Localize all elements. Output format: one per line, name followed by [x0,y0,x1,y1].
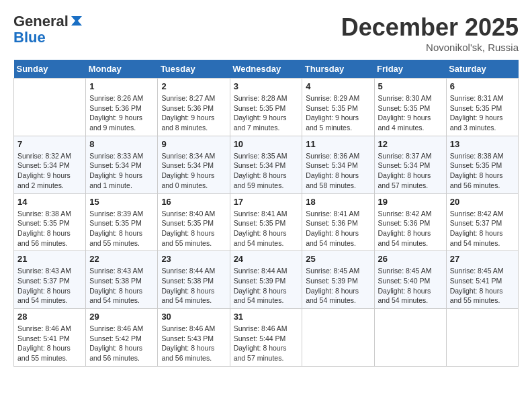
day-number: 13 [450,139,515,149]
day-number: 21 [17,254,82,264]
day-info: Sunrise: 8:33 AMSunset: 5:34 PMDaylight:… [89,151,154,191]
week-row-1: 1Sunrise: 8:26 AMSunset: 5:36 PMDaylight… [14,79,519,136]
day-number: 30 [161,312,226,322]
day-cell: 7Sunrise: 8:32 AMSunset: 5:34 PMDaylight… [14,136,86,193]
day-number: 24 [234,254,299,264]
day-number: 19 [378,197,443,207]
day-number: 17 [234,197,299,207]
day-cell: 2Sunrise: 8:27 AMSunset: 5:36 PMDaylight… [158,79,230,136]
day-number: 8 [89,139,154,149]
week-row-2: 7Sunrise: 8:32 AMSunset: 5:34 PMDaylight… [14,136,519,193]
day-cell: 10Sunrise: 8:35 AMSunset: 5:34 PMDayligh… [230,136,302,193]
day-number: 14 [17,197,82,207]
day-cell: 20Sunrise: 8:42 AMSunset: 5:37 PMDayligh… [446,193,518,251]
day-info: Sunrise: 8:41 AMSunset: 5:35 PMDaylight:… [234,209,299,248]
day-cell: 6Sunrise: 8:31 AMSunset: 5:35 PMDaylight… [446,79,518,136]
day-info: Sunrise: 8:26 AMSunset: 5:36 PMDaylight:… [89,93,154,133]
day-number: 23 [161,254,226,264]
header-sunday: Sunday [14,60,86,79]
day-info: Sunrise: 8:45 AMSunset: 5:41 PMDaylight:… [450,266,515,306]
month-title: December 2025 [341,13,519,42]
day-info: Sunrise: 8:29 AMSunset: 5:35 PMDaylight:… [306,93,370,133]
day-cell: 17Sunrise: 8:41 AMSunset: 5:35 PMDayligh… [230,193,302,251]
day-number: 25 [306,254,370,264]
day-cell: 29Sunrise: 8:46 AMSunset: 5:42 PMDayligh… [86,309,158,367]
calendar-header-row: SundayMondayTuesdayWednesdayThursdayFrid… [14,60,519,79]
day-info: Sunrise: 8:46 AMSunset: 5:41 PMDaylight:… [17,324,82,363]
day-info: Sunrise: 8:32 AMSunset: 5:34 PMDaylight:… [17,151,82,191]
day-cell: 25Sunrise: 8:45 AMSunset: 5:39 PMDayligh… [302,251,374,309]
logo-general: General [13,13,69,30]
logo-blue: Blue [13,29,46,46]
day-number: 26 [378,254,443,264]
day-cell [14,79,86,136]
day-info: Sunrise: 8:35 AMSunset: 5:34 PMDaylight:… [234,151,299,191]
day-info: Sunrise: 8:46 AMSunset: 5:43 PMDaylight:… [161,324,226,363]
day-number: 1 [89,81,154,91]
day-info: Sunrise: 8:34 AMSunset: 5:34 PMDaylight:… [161,151,226,191]
day-number: 27 [450,254,515,264]
location: Novonikol'sk, Russia [341,42,519,53]
day-number: 22 [89,254,154,264]
calendar-table: SundayMondayTuesdayWednesdayThursdayFrid… [13,60,519,367]
header-saturday: Saturday [446,60,518,79]
day-info: Sunrise: 8:37 AMSunset: 5:34 PMDaylight:… [378,151,443,191]
day-info: Sunrise: 8:43 AMSunset: 5:37 PMDaylight:… [17,266,82,306]
week-row-3: 14Sunrise: 8:38 AMSunset: 5:35 PMDayligh… [14,193,519,251]
day-number: 31 [234,312,299,322]
header-wednesday: Wednesday [230,60,302,79]
day-info: Sunrise: 8:30 AMSunset: 5:35 PMDaylight:… [378,93,443,133]
day-cell: 31Sunrise: 8:46 AMSunset: 5:44 PMDayligh… [230,309,302,367]
week-row-5: 28Sunrise: 8:46 AMSunset: 5:41 PMDayligh… [14,309,519,367]
svg-marker-0 [71,16,82,26]
logo-icon [70,13,85,28]
day-cell: 1Sunrise: 8:26 AMSunset: 5:36 PMDaylight… [86,79,158,136]
day-number: 11 [306,139,370,149]
day-cell [446,309,518,367]
day-info: Sunrise: 8:28 AMSunset: 5:35 PMDaylight:… [234,93,299,133]
day-cell: 15Sunrise: 8:39 AMSunset: 5:35 PMDayligh… [86,193,158,251]
day-number: 9 [161,139,226,149]
day-cell [374,309,446,367]
day-cell: 14Sunrise: 8:38 AMSunset: 5:35 PMDayligh… [14,193,86,251]
day-info: Sunrise: 8:42 AMSunset: 5:36 PMDaylight:… [378,209,443,248]
day-info: Sunrise: 8:31 AMSunset: 5:35 PMDaylight:… [450,93,515,133]
day-info: Sunrise: 8:38 AMSunset: 5:35 PMDaylight:… [17,209,82,248]
day-cell: 21Sunrise: 8:43 AMSunset: 5:37 PMDayligh… [14,251,86,309]
day-number: 18 [306,197,370,207]
day-cell: 4Sunrise: 8:29 AMSunset: 5:35 PMDaylight… [302,79,374,136]
day-cell: 27Sunrise: 8:45 AMSunset: 5:41 PMDayligh… [446,251,518,309]
title-area: December 2025 Novonikol'sk, Russia [341,13,519,53]
day-cell: 5Sunrise: 8:30 AMSunset: 5:35 PMDaylight… [374,79,446,136]
header-friday: Friday [374,60,446,79]
day-cell: 18Sunrise: 8:41 AMSunset: 5:36 PMDayligh… [302,193,374,251]
day-cell: 16Sunrise: 8:40 AMSunset: 5:35 PMDayligh… [158,193,230,251]
day-number: 28 [17,312,82,322]
day-number: 5 [378,81,443,91]
day-info: Sunrise: 8:43 AMSunset: 5:38 PMDaylight:… [89,266,154,306]
day-info: Sunrise: 8:46 AMSunset: 5:44 PMDaylight:… [234,324,299,363]
logo: General Blue [13,13,85,46]
week-row-4: 21Sunrise: 8:43 AMSunset: 5:37 PMDayligh… [14,251,519,309]
header-monday: Monday [86,60,158,79]
day-number: 15 [89,197,154,207]
day-number: 10 [234,139,299,149]
day-number: 29 [89,312,154,322]
day-cell: 30Sunrise: 8:46 AMSunset: 5:43 PMDayligh… [158,309,230,367]
header-thursday: Thursday [302,60,374,79]
day-number: 12 [378,139,443,149]
day-cell: 22Sunrise: 8:43 AMSunset: 5:38 PMDayligh… [86,251,158,309]
day-number: 20 [450,197,515,207]
day-number: 7 [17,139,82,149]
day-cell [302,309,374,367]
page-header: General Blue December 2025 Novonikol'sk,… [13,13,519,53]
day-number: 2 [161,81,226,91]
day-info: Sunrise: 8:40 AMSunset: 5:35 PMDaylight:… [161,209,226,248]
day-number: 3 [234,81,299,91]
day-number: 16 [161,197,226,207]
day-cell: 8Sunrise: 8:33 AMSunset: 5:34 PMDaylight… [86,136,158,193]
day-info: Sunrise: 8:44 AMSunset: 5:38 PMDaylight:… [161,266,226,306]
day-info: Sunrise: 8:42 AMSunset: 5:37 PMDaylight:… [450,209,515,248]
day-number: 6 [450,81,515,91]
day-info: Sunrise: 8:44 AMSunset: 5:39 PMDaylight:… [234,266,299,306]
